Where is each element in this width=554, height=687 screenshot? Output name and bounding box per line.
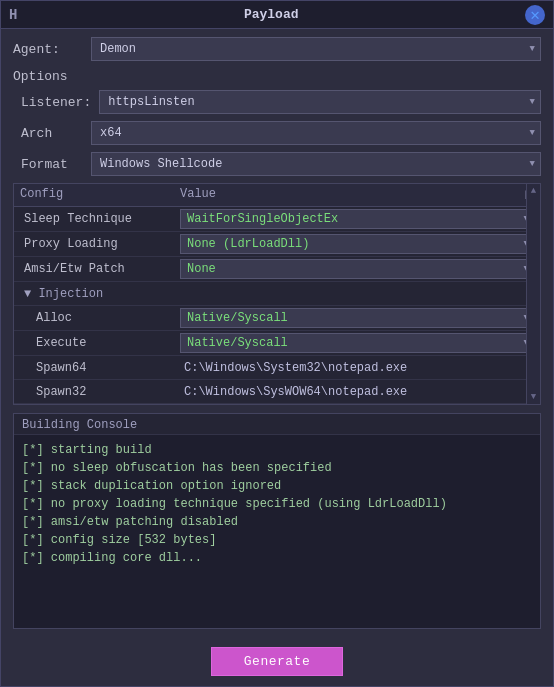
- window-title: Payload: [244, 7, 299, 22]
- alloc-select[interactable]: Native/Syscall: [180, 308, 534, 328]
- console-label: Building Console: [14, 414, 540, 435]
- agent-row: Agent: Demon: [13, 37, 541, 61]
- config-key-amsi: Amsi/Etw Patch: [20, 262, 180, 276]
- arch-row: Arch x64 x86: [13, 121, 541, 145]
- arch-select[interactable]: x64 x86: [91, 121, 541, 145]
- config-key-alloc: Alloc: [20, 311, 180, 325]
- table-row: Proxy Loading None (LdrLoadDll): [14, 232, 540, 257]
- listener-select-wrapper: httpsLinsten: [99, 90, 541, 114]
- console-section: Building Console [*] starting build [*] …: [13, 413, 541, 629]
- generate-button[interactable]: Generate: [211, 647, 343, 676]
- amsi-select-wrapper: None: [180, 259, 534, 279]
- alloc-select-wrapper: Native/Syscall: [180, 308, 534, 328]
- sleep-technique-select-wrapper: WaitForSingleObjectEx: [180, 209, 534, 229]
- main-content: Agent: Demon Options Listener: httpsLins…: [1, 29, 553, 637]
- table-row: Execute Native/Syscall: [14, 331, 540, 356]
- console-output: [*] starting build [*] no sleep obfuscat…: [14, 435, 540, 628]
- sleep-technique-select[interactable]: WaitForSingleObjectEx: [180, 209, 534, 229]
- config-table: Config Value □ Sleep Technique WaitForSi…: [13, 183, 541, 405]
- proxy-loading-select-wrapper: None (LdrLoadDll): [180, 234, 534, 254]
- console-line: [*] compiling core dll...: [22, 549, 532, 567]
- console-line: [*] no sleep obfuscation has been specif…: [22, 459, 532, 477]
- execute-select[interactable]: Native/Syscall: [180, 333, 534, 353]
- table-row: ▼ Injection: [14, 282, 540, 306]
- config-key-spawn64: Spawn64: [20, 361, 180, 375]
- format-select-wrapper: Windows Shellcode Windows Exe: [91, 152, 541, 176]
- arch-label: Arch: [13, 126, 83, 141]
- config-key-proxy: Proxy Loading: [20, 237, 180, 251]
- close-button[interactable]: ✕: [525, 5, 545, 25]
- config-key-execute: Execute: [20, 336, 180, 350]
- config-key-spawn32: Spawn32: [20, 385, 180, 399]
- execute-select-wrapper: Native/Syscall: [180, 333, 534, 353]
- table-row: Spawn64 C:\Windows\System32\notepad.exe: [14, 356, 540, 380]
- console-line: [*] stack duplication option ignored: [22, 477, 532, 495]
- format-select[interactable]: Windows Shellcode Windows Exe: [91, 152, 541, 176]
- scroll-down-btn[interactable]: ▼: [529, 390, 538, 404]
- spawn64-value: C:\Windows\System32\notepad.exe: [180, 361, 407, 375]
- agent-label: Agent:: [13, 42, 83, 57]
- proxy-loading-select[interactable]: None (LdrLoadDll): [180, 234, 534, 254]
- table-row: Amsi/Etw Patch None: [14, 257, 540, 282]
- console-line: [*] config size [532 bytes]: [22, 531, 532, 549]
- table-row: Sleep Technique WaitForSingleObjectEx: [14, 207, 540, 232]
- table-row: Spawn32 C:\Windows\SysWOW64\notepad.exe: [14, 380, 540, 404]
- titlebar: H Payload ✕: [1, 1, 553, 29]
- format-label: Format: [13, 157, 83, 172]
- config-key-sleep: Sleep Technique: [20, 212, 180, 226]
- scroll-up-btn[interactable]: ▲: [529, 184, 538, 198]
- payload-window: H Payload ✕ Agent: Demon Options Listene…: [0, 0, 554, 687]
- config-table-header: Config Value □: [14, 184, 540, 207]
- config-key-injection: ▼ Injection: [20, 287, 180, 301]
- footer: Generate: [1, 637, 553, 686]
- table-row: Alloc Native/Syscall: [14, 306, 540, 331]
- config-col1-header: Config: [20, 187, 180, 203]
- options-label: Options: [13, 69, 541, 84]
- listener-row: Listener: httpsLinsten: [13, 90, 541, 114]
- arch-select-wrapper: x64 x86: [91, 121, 541, 145]
- window-icon: H: [9, 7, 17, 23]
- amsi-select[interactable]: None: [180, 259, 534, 279]
- spawn32-value: C:\Windows\SysWOW64\notepad.exe: [180, 385, 407, 399]
- console-line: [*] amsi/etw patching disabled: [22, 513, 532, 531]
- agent-select[interactable]: Demon: [91, 37, 541, 61]
- format-row: Format Windows Shellcode Windows Exe: [13, 152, 541, 176]
- listener-select[interactable]: httpsLinsten: [99, 90, 541, 114]
- agent-select-wrapper: Demon: [91, 37, 541, 61]
- config-col2-header: Value: [180, 187, 526, 203]
- console-line: [*] no proxy loading technique specified…: [22, 495, 532, 513]
- console-line: [*] starting build: [22, 441, 532, 459]
- listener-label: Listener:: [13, 95, 91, 110]
- table-scrollbar[interactable]: ▲ ▼: [526, 184, 540, 404]
